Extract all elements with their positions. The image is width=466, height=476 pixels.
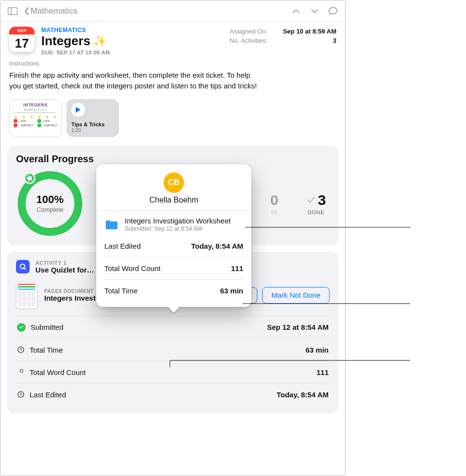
- progress-ring: 100% Complete: [16, 170, 84, 238]
- sidebar-toggle-icon[interactable]: [5, 4, 20, 18]
- detail-total-time: Total Time 63 min: [16, 339, 330, 361]
- quizlet-icon: [16, 260, 30, 273]
- due-label: DUE: SEP 17 AT 10:00 AM: [41, 50, 223, 55]
- files-icon: [104, 217, 119, 232]
- detail-submitted: Submitted Sep 12 at 8:54 AM: [16, 316, 330, 339]
- activities-label: No. Activities:: [230, 37, 267, 44]
- popover-caret-icon: [169, 302, 178, 311]
- assignment-header: SEP 17 MATHEMATICS Integers ✨ DUE: SEP 1…: [0, 22, 345, 57]
- instructions: Instructions: Finish the app activity an…: [0, 57, 345, 92]
- back-label: Mathematics: [31, 6, 77, 16]
- attachment-poster[interactable]: INTEGERS EXAMPLE · 3 · 4 = 7 + ADD - SUB…: [9, 99, 62, 137]
- attachments-row: INTEGERS EXAMPLE · 3 · 4 = 7 + ADD - SUB…: [0, 92, 345, 146]
- popover-last-edited: Last Edited Today, 8:54 AM: [104, 235, 243, 257]
- popover-word-count: Total Word Count 111: [104, 257, 243, 279]
- popover-total-time: Total Time 63 min: [104, 279, 243, 302]
- assigned-on-value: Sep 10 at 8:59 AM: [283, 28, 336, 35]
- student-avatar: CB: [164, 172, 184, 193]
- stat-done: 3 DONE: [302, 192, 330, 215]
- mark-not-done-button[interactable]: Mark Not Done: [262, 287, 330, 304]
- back-button[interactable]: Mathematics: [24, 6, 77, 16]
- audio-title: Tips & Tricks: [71, 121, 114, 127]
- audio-duration: 1:20: [71, 128, 114, 133]
- activities-value: 3: [333, 37, 336, 44]
- clock-icon: [17, 391, 25, 398]
- assigned-on-label: Assigned On:: [230, 28, 267, 35]
- assignment-meta: Assigned On: Sep 10 at 8:59 AM No. Activ…: [230, 27, 336, 45]
- play-icon[interactable]: [71, 103, 85, 117]
- clock-icon: [17, 346, 25, 354]
- poster-title: INTEGERS: [23, 102, 48, 107]
- progress-heading: Overall Progress: [16, 153, 330, 165]
- subject-label: MATHEMATICS: [41, 27, 223, 34]
- student-name: Chella Boehm: [150, 196, 199, 204]
- detail-word-count: Total Word Count 111: [16, 361, 330, 384]
- chevron-left-icon: [24, 7, 30, 16]
- svg-rect-0: [8, 7, 17, 15]
- instructions-label: Instructions:: [9, 60, 336, 67]
- sparkle-icon: ✨: [93, 36, 106, 47]
- calendar-month: SEP: [9, 27, 34, 34]
- progress-percent-label: Complete: [36, 206, 64, 213]
- activity-eyebrow: ACTIVITY 1: [35, 260, 94, 266]
- badge-icon: [17, 368, 25, 376]
- attachment-audio[interactable]: Tips & Tricks 1:20: [67, 99, 119, 137]
- next-icon[interactable]: [307, 4, 322, 18]
- document-details: Submitted Sep 12 at 8:54 AM Total Time 6…: [16, 316, 330, 406]
- popover-doc-sub: Submitted: Sep 12 at 8:54 AM: [125, 225, 231, 232]
- toolbar: Mathematics: [0, 0, 345, 22]
- progress-percent: 100%: [36, 193, 64, 206]
- instructions-text: Finish the app activity and worksheet, t…: [9, 70, 262, 91]
- app-window: Mathematics SEP 17 MATHEMATICS Integers …: [0, 0, 346, 476]
- detail-last-edited: Last Edited Today, 8:54 AM: [16, 384, 330, 406]
- calendar-day: 17: [15, 34, 29, 52]
- activity-title: Use Quizlet for…: [35, 266, 94, 274]
- popover-document[interactable]: Integers Investigation Worksheet Submitt…: [97, 211, 251, 235]
- stat-in-progress: 0 IN: [261, 192, 288, 215]
- check-circle-icon: [17, 323, 26, 332]
- student-progress-popover: CB Chella Boehm Integers Investigation W…: [96, 164, 251, 307]
- check-icon: [306, 195, 316, 205]
- assignment-title: Integers: [41, 34, 90, 49]
- prev-icon[interactable]: [289, 4, 303, 18]
- comment-icon[interactable]: [326, 4, 340, 18]
- calendar-icon: SEP 17: [9, 27, 34, 52]
- popover-doc-title: Integers Investigation Worksheet: [125, 217, 231, 225]
- document-thumbnail-icon: [16, 282, 37, 309]
